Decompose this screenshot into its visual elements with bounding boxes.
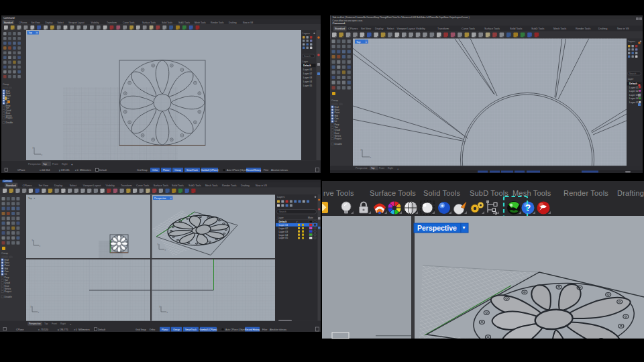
svg-text:Set View: Set View	[39, 184, 49, 187]
svg-text:Osnap: Osnap	[174, 169, 181, 172]
svg-text:Display: Display	[54, 184, 62, 187]
svg-text:Select: Select	[58, 21, 64, 24]
svg-text:Perspective: Perspective	[417, 224, 457, 232]
svg-text:Right: Right	[60, 322, 66, 325]
svg-text:Viewport Layout: Viewport Layout	[68, 21, 85, 24]
svg-text:Planar: Planar	[162, 328, 168, 331]
svg-text:Absolute toleranc: Absolute toleranc	[270, 328, 287, 331]
svg-text:Layer 02: Layer 02	[279, 227, 288, 230]
svg-text:Layer 05: Layer 05	[279, 237, 288, 239]
svg-text:Mid: Mid	[335, 115, 339, 117]
svg-text:Disable: Disable	[6, 121, 13, 124]
svg-text:Grid Snap: Grid Snap	[136, 328, 146, 331]
svg-text:Default: Default	[99, 169, 107, 172]
svg-text:Osnap: Osnap	[173, 328, 180, 331]
svg-text:Layer 01: Layer 01	[279, 224, 288, 227]
svg-text:Layer: Layer	[628, 78, 634, 80]
svg-text:Gumball (CPlane): Gumball (CPlane)	[201, 169, 218, 172]
svg-text:Default: Default	[303, 64, 311, 67]
svg-text:Transform: Transform	[121, 184, 132, 187]
svg-text:Render Tools: Render Tools	[576, 27, 590, 30]
svg-text:Render Tools: Render Tools	[222, 184, 237, 187]
svg-text:Layer 03: Layer 03	[303, 76, 312, 79]
svg-text:CPlanes: CPlanes	[23, 184, 32, 187]
svg-text:Top: Top	[371, 167, 375, 170]
svg-text:Mesh Tools: Mesh Tools	[205, 184, 218, 187]
svg-text:Front: Front	[379, 167, 384, 170]
svg-text:Render Tools: Render Tools	[564, 189, 608, 197]
svg-text:Search: Search	[279, 210, 286, 213]
svg-text:Visibility: Visibility	[91, 21, 99, 24]
svg-text:SubD Tools: SubD Tools	[470, 189, 508, 197]
svg-text:Layer 03: Layer 03	[279, 231, 288, 233]
svg-text:x 402.364: x 402.364	[40, 169, 50, 172]
svg-text:Disable: Disable	[5, 296, 12, 298]
svg-text:Visibility: Visibility	[416, 27, 425, 30]
svg-text:Drafting: Drafting	[617, 189, 644, 197]
svg-text:CPlanes: CPlanes	[19, 21, 28, 24]
svg-text:Tan: Tan	[5, 279, 9, 282]
svg-text:✓: ✓	[296, 221, 298, 223]
svg-text:▾: ▾	[463, 225, 466, 231]
svg-text:Project: Project	[5, 290, 12, 293]
svg-text:Layer 02: Layer 02	[303, 72, 312, 75]
svg-text:Auto CPlane (Object): Auto CPlane (Object)	[227, 169, 248, 172]
svg-text:Perspective: Perspective	[154, 197, 166, 200]
svg-text:Layer 05: Layer 05	[303, 84, 312, 87]
svg-text:Transform: Transform	[437, 27, 449, 30]
svg-text:Solid Tools: Solid Tools	[423, 189, 460, 197]
svg-text:Search: Search	[304, 55, 311, 58]
svg-text:Layer 01: Layer 01	[629, 86, 639, 89]
svg-text:Mid: Mid	[5, 267, 9, 270]
svg-text:Layers: Layers	[628, 40, 635, 43]
svg-text:Standard: Standard	[6, 184, 16, 187]
svg-text:SubD Tools: SubD Tools	[189, 184, 201, 187]
svg-text:Set View: Set View	[32, 21, 41, 24]
svg-text:Curve Tools: Curve Tools	[462, 27, 475, 30]
svg-text:Command:: Command:	[3, 17, 15, 19]
svg-text:x -73.520: x -73.520	[38, 328, 48, 331]
svg-text:y 139.035: y 139.035	[59, 169, 69, 172]
svg-text:SubD Tools: SubD Tools	[178, 21, 190, 24]
svg-text:New in V8: New in V8	[256, 184, 267, 187]
svg-text:Osnap: Osnap	[3, 83, 9, 86]
svg-text:Render Tools: Render Tools	[211, 21, 224, 24]
svg-text:SmartTrack: SmartTrack	[186, 169, 198, 172]
svg-text:Near: Near	[335, 109, 340, 111]
svg-text:Display: Display	[46, 21, 53, 24]
svg-text:Top: Top	[44, 322, 48, 325]
svg-text:Default: Default	[98, 328, 105, 331]
svg-text:Disable: Disable	[335, 143, 342, 145]
svg-text:Solid Tools: Solid Tools	[172, 184, 184, 187]
svg-text:Front: Front	[52, 322, 57, 325]
svg-text:Top: Top	[356, 40, 361, 44]
svg-text:Select: Select	[70, 184, 76, 187]
svg-text:New in V8: New in V8	[243, 21, 253, 24]
svg-text:Search: Search	[629, 72, 637, 75]
svg-text:Front: Front	[52, 163, 58, 166]
svg-text:y 196.775: y 196.775	[58, 328, 68, 331]
svg-text:Int: Int	[335, 120, 337, 123]
svg-text:Osnap: Osnap	[331, 99, 338, 102]
svg-text:Layer 03: Layer 03	[629, 94, 639, 97]
svg-text:Default: Default	[629, 82, 638, 85]
svg-text:Top: Top	[28, 197, 32, 200]
svg-text:Mate: Mate	[308, 217, 313, 219]
svg-text:Planar: Planar	[163, 169, 170, 172]
svg-text:Filter: Filter	[262, 328, 268, 331]
svg-text:SmartTrack: SmartTrack	[185, 328, 197, 331]
svg-text:Millimeters: Millimeters	[78, 328, 90, 331]
svg-text:Surface Tools: Surface Tools	[142, 21, 156, 24]
svg-text:Drafting: Drafting	[598, 27, 607, 30]
svg-text:Project: Project	[6, 117, 13, 119]
svg-text:Select: Select	[387, 27, 394, 30]
svg-text:Layers: Layers	[303, 32, 310, 35]
svg-text:Viewport Layout: Viewport Layout	[397, 27, 416, 30]
svg-text:Layer 01: Layer 01	[303, 68, 312, 71]
svg-text:Project: Project	[335, 137, 342, 140]
svg-text:Right: Right	[388, 167, 393, 170]
svg-text:Curve Tools: Curve Tools	[123, 21, 135, 24]
svg-text:Perspective: Perspective	[356, 167, 368, 170]
svg-text:Surface Tools: Surface Tools	[154, 184, 168, 187]
svg-text:Record History: Record History	[246, 169, 261, 172]
